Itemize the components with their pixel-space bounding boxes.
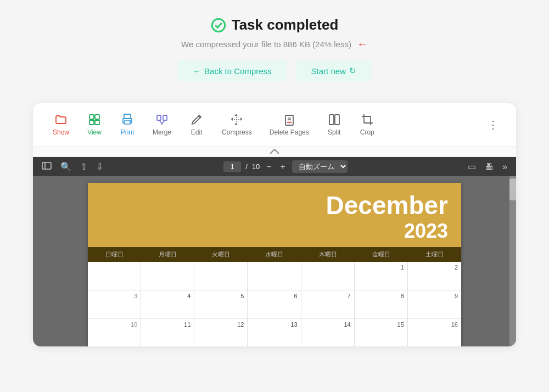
calendar-header: December 2023 bbox=[88, 183, 461, 247]
tool-view[interactable]: View bbox=[78, 109, 111, 141]
refresh-icon: ↻ bbox=[349, 66, 356, 76]
table-row: 11 bbox=[141, 319, 194, 346]
btn-row: ← Back to Compress Start new ↻ bbox=[177, 60, 372, 81]
svg-rect-21 bbox=[335, 115, 339, 125]
svg-rect-10 bbox=[163, 115, 167, 120]
day-header-fri: 金曜日 bbox=[355, 250, 408, 259]
zoom-in-button[interactable]: + bbox=[278, 161, 288, 173]
folder-icon bbox=[54, 113, 68, 126]
table-row: 2 bbox=[408, 262, 461, 290]
svg-rect-4 bbox=[95, 120, 99, 125]
tool-print-label: Print bbox=[121, 128, 135, 136]
day-header-tue: 火曜日 bbox=[194, 250, 248, 259]
svg-rect-9 bbox=[157, 115, 161, 120]
day-header-wed: 水曜日 bbox=[248, 250, 301, 259]
more-pdf-button[interactable]: » bbox=[500, 161, 509, 173]
edit-icon bbox=[190, 113, 203, 126]
svg-rect-26 bbox=[42, 163, 51, 169]
fit-page-button[interactable]: ▭ bbox=[466, 160, 478, 173]
table-row bbox=[194, 262, 248, 290]
table-row: 7 bbox=[301, 290, 355, 319]
table-row: 1 bbox=[355, 262, 408, 290]
table-row: 13 bbox=[248, 319, 301, 346]
check-circle-icon bbox=[211, 18, 226, 33]
tool-split[interactable]: Split bbox=[318, 109, 351, 141]
tool-crop[interactable]: Crop bbox=[351, 109, 384, 141]
calendar-day-headers: 日曜日 月曜日 火曜日 水曜日 木曜日 金曜日 土曜日 bbox=[88, 247, 461, 262]
tool-edit-label: Edit bbox=[191, 128, 203, 136]
page-up-button[interactable]: ⇧ bbox=[78, 160, 89, 173]
table-row: 12 bbox=[194, 319, 248, 346]
pdf-viewer-bar: 🔍 ⇧ ⇩ 1 / 10 − + 自動ズーム 50% 100% 150% ▭ 🖶… bbox=[33, 157, 516, 176]
top-section: Task completed We compressed your file t… bbox=[177, 16, 372, 93]
task-completed-title: Task completed bbox=[232, 16, 339, 33]
tool-merge[interactable]: Merge bbox=[144, 109, 180, 141]
zoom-select[interactable]: 自動ズーム 50% 100% 150% bbox=[292, 160, 348, 173]
tool-compress[interactable]: Compress bbox=[213, 109, 261, 141]
sidebar-icon bbox=[42, 162, 52, 170]
tool-show-label: Show bbox=[53, 128, 69, 136]
tool-delete-pages[interactable]: Delete Pages bbox=[261, 109, 318, 141]
toolbar: Show View Print bbox=[33, 103, 516, 147]
tool-edit[interactable]: Edit bbox=[180, 109, 213, 141]
back-arrow-icon: ← bbox=[193, 66, 201, 76]
print-icon bbox=[121, 113, 134, 126]
page-down-button[interactable]: ⇩ bbox=[94, 160, 105, 173]
table-row: 14 bbox=[301, 319, 355, 346]
tool-show[interactable]: Show bbox=[44, 109, 78, 141]
table-row bbox=[248, 262, 301, 290]
page-total: 10 bbox=[252, 163, 260, 171]
day-header-sat: 土曜日 bbox=[408, 250, 461, 259]
table-row bbox=[301, 262, 355, 290]
tool-delete-pages-label: Delete Pages bbox=[270, 128, 309, 136]
table-row bbox=[141, 262, 194, 290]
delete-pages-icon bbox=[283, 113, 296, 126]
split-icon bbox=[328, 113, 341, 126]
svg-line-12 bbox=[162, 120, 165, 124]
pdf-bar-left: 🔍 ⇧ ⇩ bbox=[40, 160, 105, 173]
table-row: 8 bbox=[355, 290, 408, 319]
subtitle-text: We compressed your file to 886 KB (24% l… bbox=[181, 40, 351, 49]
back-to-compress-button[interactable]: ← Back to Compress bbox=[177, 60, 287, 81]
calendar-month: December bbox=[101, 192, 448, 220]
merge-icon bbox=[155, 113, 169, 126]
tool-compress-label: Compress bbox=[222, 128, 252, 136]
more-options-button[interactable]: ⋮ bbox=[481, 114, 505, 136]
page-number-input[interactable]: 1 bbox=[223, 161, 241, 172]
pdf-bar-right: ▭ 🖶 » bbox=[466, 160, 509, 173]
svg-rect-2 bbox=[95, 115, 99, 119]
collapse-bar[interactable] bbox=[33, 147, 516, 157]
scrollbar[interactable] bbox=[509, 176, 516, 346]
tool-crop-label: Crop bbox=[360, 128, 374, 136]
arrow-right-icon: ← bbox=[357, 38, 368, 51]
start-new-label: Start new bbox=[311, 66, 346, 76]
calendar-page: December 2023 日曜日 月曜日 火曜日 水曜日 木曜日 金曜日 土曜… bbox=[88, 183, 461, 346]
table-row: 15 bbox=[355, 319, 408, 346]
svg-rect-3 bbox=[89, 120, 94, 125]
page-separator: / bbox=[245, 163, 248, 171]
sidebar-toggle-button[interactable] bbox=[40, 161, 54, 173]
table-row: 5 bbox=[194, 290, 248, 319]
table-row: 4 bbox=[141, 290, 194, 319]
svg-rect-20 bbox=[329, 115, 334, 125]
svg-rect-7 bbox=[125, 121, 130, 124]
tool-merge-label: Merge bbox=[153, 128, 171, 136]
table-row: 10 bbox=[88, 319, 141, 346]
table-row: 6 bbox=[248, 290, 301, 319]
start-new-button[interactable]: Start new ↻ bbox=[296, 60, 372, 81]
pdf-content: December 2023 日曜日 月曜日 火曜日 水曜日 木曜日 金曜日 土曜… bbox=[33, 176, 516, 346]
calendar-grid: 1 2 3 4 5 6 7 8 9 10 11 12 13 14 15 16 1… bbox=[88, 262, 461, 346]
print-pdf-button[interactable]: 🖶 bbox=[483, 161, 496, 173]
search-button[interactable]: 🔍 bbox=[58, 160, 74, 173]
svg-rect-1 bbox=[89, 115, 94, 119]
table-row: 9 bbox=[408, 290, 461, 319]
pdf-bar-center: 1 / 10 − + 自動ズーム 50% 100% 150% bbox=[111, 160, 460, 173]
scrollbar-thumb[interactable] bbox=[509, 178, 516, 200]
tool-print[interactable]: Print bbox=[111, 109, 144, 141]
zoom-out-button[interactable]: − bbox=[264, 161, 273, 173]
svg-point-8 bbox=[130, 120, 131, 121]
day-header-thu: 木曜日 bbox=[301, 250, 355, 259]
tool-view-label: View bbox=[87, 128, 102, 136]
task-completed-row: Task completed bbox=[211, 16, 339, 33]
subtitle-row: We compressed your file to 886 KB (24% l… bbox=[181, 38, 368, 51]
